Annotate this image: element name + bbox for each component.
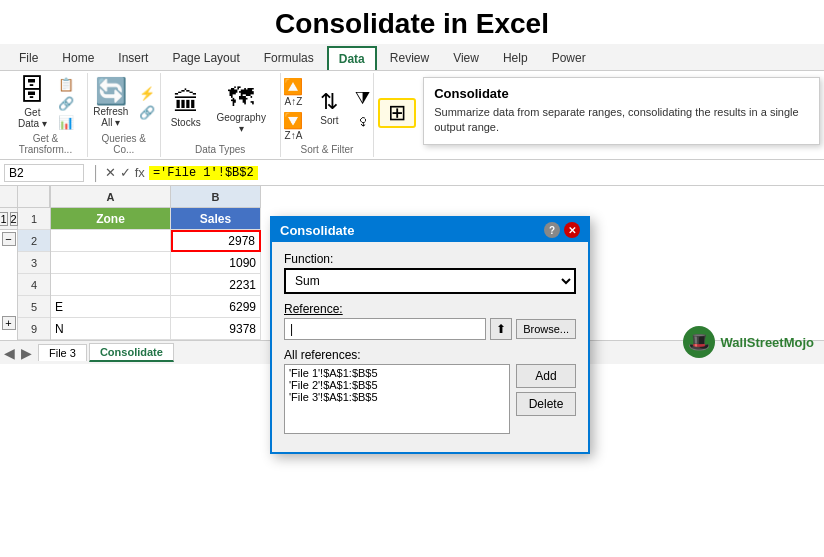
- cell-b3[interactable]: 1090: [171, 252, 261, 274]
- sort-button[interactable]: ⇅ Sort: [310, 89, 348, 128]
- row-sidebar: 1 2 3 4 5 9: [18, 186, 51, 340]
- stocks-button[interactable]: 🏛 Stocks: [167, 87, 205, 130]
- function-row: Function: Sum: [284, 252, 576, 294]
- tab-help[interactable]: Help: [492, 46, 539, 70]
- small-btn-2[interactable]: 🔗: [55, 95, 77, 112]
- refresh-all-label: RefreshAll ▾: [93, 106, 128, 128]
- queries-btn-1[interactable]: ⚡: [136, 85, 158, 102]
- row-num-5: 5: [18, 296, 50, 318]
- list-item: 'File 3'!$A$1:$B$5: [289, 391, 505, 403]
- cancel-formula-icon[interactable]: ✕: [105, 165, 116, 180]
- all-references-row: All references: 'File 1'!$A$1:$B$5 'File…: [284, 348, 576, 434]
- filter-button[interactable]: ⧩: [352, 87, 373, 110]
- dialog-title: Consolidate: [280, 223, 354, 238]
- consolidate-tooltip: Consolidate Summarize data from separate…: [423, 77, 820, 145]
- za-sort-button[interactable]: 🔽 Z↑A: [280, 110, 306, 142]
- browse-button[interactable]: Browse...: [516, 319, 576, 339]
- row-num-4: 4: [18, 274, 50, 296]
- consolidate-button[interactable]: ⊞: [378, 98, 416, 128]
- tab-formulas[interactable]: Formulas: [253, 46, 325, 70]
- ribbon-group-queries: 🔄 RefreshAll ▾ ⚡ 🔗 Queries & Co...: [88, 73, 161, 157]
- sheet-tab-file3[interactable]: File 3: [38, 344, 87, 361]
- sheet-tab-consolidate[interactable]: Consolidate: [89, 343, 174, 362]
- sort-label: Sort: [320, 115, 338, 126]
- confirm-formula-icon[interactable]: ✓: [120, 165, 131, 180]
- data-types-label: Data Types: [195, 144, 245, 155]
- cell-b1[interactable]: Sales: [171, 208, 261, 230]
- reference-collapse-btn[interactable]: ⬆: [490, 318, 512, 340]
- stocks-label: Stocks: [171, 117, 201, 128]
- cell-b5[interactable]: 6299: [171, 296, 261, 318]
- outline-btn-2[interactable]: 2: [10, 212, 18, 226]
- cell-b2[interactable]: 2978: [171, 230, 261, 252]
- tab-page-layout[interactable]: Page Layout: [161, 46, 250, 70]
- tab-file[interactable]: File: [8, 46, 49, 70]
- plus-btn[interactable]: +: [2, 316, 16, 330]
- cell-a5[interactable]: E: [51, 296, 171, 318]
- formula-sep: │: [92, 165, 101, 181]
- tab-data[interactable]: Data: [327, 46, 377, 70]
- col-header-a: A: [51, 186, 171, 208]
- cell-a9[interactable]: N: [51, 318, 171, 340]
- get-data-label: GetData ▾: [18, 107, 47, 129]
- sort-icon: ⇅: [320, 91, 338, 113]
- small-btn-3[interactable]: 📊: [55, 114, 77, 131]
- watermark: 🎩 WallStreetMojo: [683, 326, 814, 358]
- tab-view[interactable]: View: [442, 46, 490, 70]
- tab-home[interactable]: Home: [51, 46, 105, 70]
- sheet-nav-right[interactable]: ▶: [21, 345, 32, 361]
- outline-btn-1[interactable]: 1: [0, 212, 8, 226]
- geography-icon: 🗺: [228, 84, 254, 110]
- cell-b4[interactable]: 2231: [171, 274, 261, 296]
- all-references-list[interactable]: 'File 1'!$A$1:$B$5 'File 2'!$A$1:$B$5 'F…: [284, 364, 510, 434]
- get-transform-label: Get & Transform...: [10, 133, 81, 155]
- tab-insert[interactable]: Insert: [107, 46, 159, 70]
- ribbon-tabs: File Home Insert Page Layout Formulas Da…: [0, 44, 824, 71]
- consolidate-icon: ⊞: [388, 102, 406, 124]
- all-references-label: All references:: [284, 348, 576, 362]
- sheet-nav-left[interactable]: ◀: [4, 345, 15, 361]
- delete-button[interactable]: Delete: [516, 392, 576, 416]
- geography-button[interactable]: 🗺 Geography ▾: [209, 82, 274, 136]
- cell-a2[interactable]: [51, 230, 171, 252]
- stocks-icon: 🏛: [173, 89, 199, 115]
- tab-review[interactable]: Review: [379, 46, 440, 70]
- az-sort-button[interactable]: 🔼 A↑Z: [280, 76, 306, 108]
- tab-power[interactable]: Power: [541, 46, 597, 70]
- small-btn-1[interactable]: 📋: [55, 76, 77, 93]
- cell-b9[interactable]: 9378: [171, 318, 261, 340]
- row-num-header: [18, 186, 50, 208]
- cell-a4[interactable]: [51, 274, 171, 296]
- reference-label: Reference:: [284, 302, 576, 316]
- ribbon-group-consolidate: ⊞: [374, 73, 419, 157]
- ribbon-group-data-types: 🏛 Stocks 🗺 Geography ▾ Data Types: [161, 73, 281, 157]
- outline-column: 1 2 − +: [0, 186, 18, 340]
- cell-a3[interactable]: [51, 252, 171, 274]
- watermark-logo: 🎩: [683, 326, 715, 358]
- col-header-b: B: [171, 186, 261, 208]
- col-headers: A B: [51, 186, 824, 208]
- reference-row: Reference: ⬆ Browse...: [284, 302, 576, 340]
- dialog-controls: ? ✕: [544, 222, 580, 238]
- dialog-body: Function: Sum Reference: ⬆ Br: [272, 242, 588, 452]
- refresh-icon: 🔄: [95, 78, 127, 104]
- sort-filter-label: Sort & Filter: [301, 144, 354, 155]
- get-data-button[interactable]: 🗄 GetData ▾: [13, 75, 51, 131]
- function-select[interactable]: Sum: [284, 268, 576, 294]
- ribbon-group-sort-filter: 🔼 A↑Z 🔽 Z↑A ⇅ Sort ⧩ ⧬ So: [281, 73, 375, 157]
- refresh-all-button[interactable]: 🔄 RefreshAll ▾: [89, 76, 132, 130]
- insert-function-icon[interactable]: fx: [135, 165, 145, 180]
- queries-label: Queries & Co...: [94, 133, 154, 155]
- name-box[interactable]: [4, 164, 84, 182]
- cell-a1[interactable]: Zone: [51, 208, 171, 230]
- add-button[interactable]: Add: [516, 364, 576, 388]
- dialog-help-btn[interactable]: ?: [544, 222, 560, 238]
- minus-btn[interactable]: −: [2, 232, 16, 246]
- advanced-filter-button[interactable]: ⧬: [352, 112, 373, 130]
- consolidate-dialog[interactable]: Consolidate ? ✕ Function: Sum: [270, 216, 590, 454]
- reference-input[interactable]: [284, 318, 486, 340]
- formula-value: ='File 1'!$B$2: [149, 166, 258, 180]
- queries-btn-2[interactable]: 🔗: [136, 104, 158, 121]
- row-num-2: 2: [18, 230, 50, 252]
- dialog-close-btn[interactable]: ✕: [564, 222, 580, 238]
